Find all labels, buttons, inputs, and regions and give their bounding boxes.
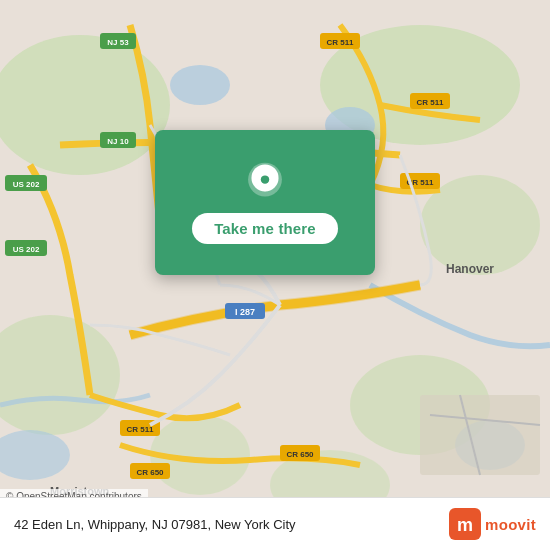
svg-text:NJ 10: NJ 10 [107,137,129,146]
svg-text:CR 511: CR 511 [416,98,444,107]
moovit-icon: m [449,508,481,540]
take-me-there-button[interactable]: Take me there [192,213,338,244]
map-background: I 287 NJ 53 NJ 10 US 202 US 202 CR 511 C… [0,0,550,550]
map-svg: I 287 NJ 53 NJ 10 US 202 US 202 CR 511 C… [0,0,550,550]
take-me-there-card: Take me there [155,130,375,275]
svg-text:Hanover: Hanover [446,262,494,276]
svg-rect-12 [420,395,540,475]
moovit-text: moovit [485,516,536,533]
svg-text:US 202: US 202 [13,180,40,189]
svg-text:CR 650: CR 650 [136,468,164,477]
svg-text:US 202: US 202 [13,245,40,254]
svg-point-8 [170,65,230,105]
address-label: 42 Eden Ln, Whippany, NJ 07981, New York… [14,517,296,532]
svg-text:m: m [457,515,473,535]
map-container: I 287 NJ 53 NJ 10 US 202 US 202 CR 511 C… [0,0,550,550]
svg-text:CR 511: CR 511 [326,38,354,47]
svg-text:NJ 53: NJ 53 [107,38,129,47]
svg-text:CR 511: CR 511 [126,425,154,434]
svg-text:CR 650: CR 650 [286,450,314,459]
bottom-bar: 42 Eden Ln, Whippany, NJ 07981, New York… [0,497,550,550]
svg-point-42 [261,175,269,183]
moovit-logo: m moovit [449,508,536,540]
svg-text:I 287: I 287 [235,307,255,317]
location-pin-icon [243,161,287,205]
